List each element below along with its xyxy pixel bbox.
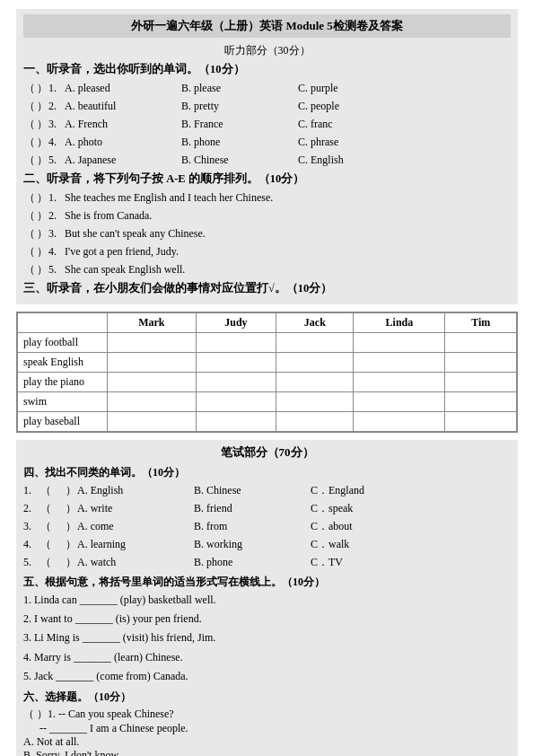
list-item: 1.（ ）A. EnglishB. ChineseC．England bbox=[23, 482, 511, 498]
table-cell bbox=[354, 392, 445, 412]
table-cell bbox=[445, 412, 517, 432]
list-item: 5.（ ）A. watchB. phoneC．TV bbox=[23, 554, 511, 570]
table-cell bbox=[196, 412, 276, 432]
part2-items: （）1.She teaches me English and I teach h… bbox=[23, 189, 511, 277]
option: A. Not at all. bbox=[23, 735, 511, 749]
table-row: speak English bbox=[18, 353, 517, 373]
listening-section: 外研一遍六年级（上册）英语 Module 5检测卷及答案 听力部分（30分） 一… bbox=[16, 9, 518, 304]
table-body: play footballspeak Englishplay the piano… bbox=[18, 333, 517, 432]
table-cell bbox=[108, 392, 197, 412]
table-cell bbox=[354, 333, 445, 353]
option: B. Sorry, I don't know. bbox=[23, 749, 511, 756]
table-cell bbox=[445, 333, 517, 353]
list-item: （）5.She can speak English well. bbox=[23, 261, 511, 277]
table-cell bbox=[108, 373, 197, 392]
paren-close: ） bbox=[36, 152, 48, 168]
part1-items: （）1.A. pleasedB. pleaseC. purple（）2.A. b… bbox=[23, 80, 511, 168]
part6-title: 六、选择题。（10分） bbox=[23, 690, 511, 705]
table-cell bbox=[276, 392, 354, 412]
paren: （ bbox=[23, 98, 36, 114]
row-label: speak English bbox=[18, 353, 108, 373]
table-cell bbox=[196, 333, 276, 353]
paren: （ bbox=[23, 80, 36, 96]
part3-title: 三、听录音，在小朋友们会做的事情对应位置打√。（10分） bbox=[23, 281, 511, 296]
table-cell bbox=[196, 373, 276, 392]
part4-block: 四、找出不同类的单词。（10分） 1.（ ）A. EnglishB. Chine… bbox=[23, 465, 511, 570]
row-label: swim bbox=[18, 392, 108, 412]
list-item: （）3.But she can't speak any Chinese. bbox=[23, 225, 511, 242]
writing-label: 笔试部分（70分） bbox=[23, 444, 511, 461]
part1-title: 一、听录音，选出你听到的单词。（10分） bbox=[23, 62, 511, 77]
table-header-cell bbox=[18, 313, 108, 333]
part4-items: 1.（ ）A. EnglishB. ChineseC．England2.（ ）A… bbox=[23, 482, 511, 570]
list-item: （）2.A. beautifulB. prettyC. people bbox=[23, 98, 511, 114]
paren: （ bbox=[23, 152, 36, 168]
table-cell bbox=[196, 353, 276, 373]
listening-table: MarkJudyJackLindaTim play footballspeak … bbox=[16, 312, 518, 433]
table-cell bbox=[276, 373, 354, 392]
paren-close: ） bbox=[36, 116, 48, 132]
list-item: 4.（ ）A. learningB. workingC．walk bbox=[23, 536, 511, 552]
writing-section: 笔试部分（70分） 四、找出不同类的单词。（10分） 1.（ ）A. Engli… bbox=[16, 440, 518, 756]
row-label: play football bbox=[18, 333, 108, 353]
table-header-cell: Mark bbox=[108, 313, 197, 333]
list-item: （）2.She is from Canada. bbox=[23, 207, 511, 224]
table-header: MarkJudyJackLindaTim bbox=[18, 313, 517, 333]
paren-close: ） bbox=[36, 98, 48, 114]
table-cell bbox=[276, 333, 354, 353]
part5-title: 五、根据句意，将括号里单词的适当形式写在横线上。（10分） bbox=[23, 575, 511, 590]
part4-title: 四、找出不同类的单词。（10分） bbox=[23, 465, 511, 480]
list-item: （）4.I've got a pen friend, Judy. bbox=[23, 243, 511, 259]
table-cell bbox=[196, 392, 276, 412]
list-item: （）4.A. photoB. phoneC. phrase bbox=[23, 134, 511, 150]
table-header-cell: Tim bbox=[445, 313, 517, 333]
listening-label: 听力部分（30分） bbox=[23, 43, 511, 58]
part5-items: 1. Linda can _______ (play) basketball w… bbox=[23, 592, 511, 685]
list-item: （）1.A. pleasedB. pleaseC. purple bbox=[23, 80, 511, 96]
list-item: 1. Linda can _______ (play) basketball w… bbox=[23, 592, 511, 609]
table-cell bbox=[354, 412, 445, 432]
part6-block: 六、选择题。（10分） （ ）1. -- Can you speak Chine… bbox=[23, 690, 511, 756]
list-item: （）5.A. JapaneseB. ChineseC. English bbox=[23, 152, 511, 168]
list-item: 3.（ ）A. comeB. fromC．about bbox=[23, 518, 511, 534]
table-cell bbox=[108, 412, 197, 432]
paren: （ bbox=[23, 134, 36, 150]
question-1: （ ）1. -- Can you speak Chinese? -- _____… bbox=[23, 707, 511, 756]
table-cell bbox=[354, 353, 445, 373]
list-item: 4. Marry is _______ (learn) Chinese. bbox=[23, 649, 511, 666]
list-item: （）3.A. FrenchB. FranceC. franc bbox=[23, 116, 511, 132]
table-row: play football bbox=[18, 333, 517, 353]
list-item: 2.（ ）A. writeB. friendC．speak bbox=[23, 500, 511, 516]
list-item: （）1.She teaches me English and I teach h… bbox=[23, 189, 511, 206]
paren-close: ） bbox=[36, 134, 48, 150]
table-cell bbox=[276, 353, 354, 373]
table-header-cell: Jack bbox=[276, 313, 354, 333]
table-header-cell: Linda bbox=[354, 313, 445, 333]
table-cell bbox=[445, 392, 517, 412]
table-cell bbox=[354, 373, 445, 392]
table-cell bbox=[276, 412, 354, 432]
list-item: 2. I want to _______ (is) your pen frien… bbox=[23, 611, 511, 628]
table-row: play the piano bbox=[18, 373, 517, 392]
table-row: play baseball bbox=[18, 412, 517, 432]
table-cell bbox=[108, 333, 197, 353]
table-row: swim bbox=[18, 392, 517, 412]
part6-content: （ ）1. -- Can you speak Chinese? -- _____… bbox=[23, 707, 511, 756]
row-label: play the piano bbox=[18, 373, 108, 392]
page-title: 外研一遍六年级（上册）英语 Module 5检测卷及答案 bbox=[23, 14, 511, 38]
table-cell bbox=[108, 353, 197, 373]
paren: （ bbox=[23, 116, 36, 132]
table-header-cell: Judy bbox=[196, 313, 276, 333]
list-item: 5. Jack _______ (come from) Canada. bbox=[23, 668, 511, 685]
row-label: play baseball bbox=[18, 412, 108, 432]
paren-close: ） bbox=[36, 80, 48, 96]
table-cell bbox=[445, 353, 517, 373]
part5-block: 五、根据句意，将括号里单词的适当形式写在横线上。（10分） 1. Linda c… bbox=[23, 575, 511, 685]
part2-title: 二、听录音，将下列句子按 A-E 的顺序排列。（10分） bbox=[23, 171, 511, 187]
table-cell bbox=[445, 373, 517, 392]
list-item: 3. Li Ming is _______ (visit) his friend… bbox=[23, 629, 511, 646]
